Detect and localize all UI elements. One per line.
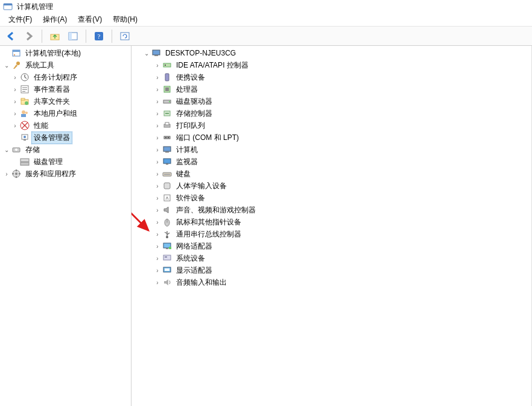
tools-icon [11,60,22,70]
cat-display[interactable]: › 显示适配器 [131,264,531,276]
cat-keyboards[interactable]: › 键盘 [131,168,531,180]
cat-hid[interactable]: › 人体学输入设备 [131,180,531,192]
menu-file[interactable]: 文件(F) [4,13,37,26]
tree-performance[interactable]: › 性能 [0,119,131,132]
hid-icon [162,181,173,191]
tree-item-label: 性能 [31,119,51,132]
expand-icon[interactable]: › [153,183,162,189]
port-icon [162,133,173,142]
tree-item-label: 本地用户和组 [31,107,80,120]
computer-node-icon [162,145,173,154]
cat-mice[interactable]: › 鼠标和其他指针设备 [131,216,531,228]
disk-icon [19,157,30,167]
tree-storage[interactable]: ⌄ 存储 [0,144,131,156]
expand-icon[interactable]: › [153,110,162,117]
cat-network[interactable]: › 网络适配器 [131,240,531,252]
expand-icon[interactable]: › [153,207,162,214]
expand-icon[interactable]: › [153,98,162,105]
forward-button[interactable] [22,29,36,43]
cat-monitors[interactable]: › 监视器 [131,156,531,168]
cat-portable[interactable]: › 便携设备 [131,71,531,83]
category-label: 端口 (COM 和 LPT) [174,132,241,144]
toggle-tree-button[interactable] [66,29,80,43]
cat-print-queues[interactable]: › 打印队列 [131,119,531,132]
category-label: IDE ATA/ATAPI 控制器 [174,59,251,72]
cat-usb[interactable]: › 通用串行总线控制器 [131,228,531,240]
cat-computer[interactable]: › 计算机 [131,144,531,156]
expand-icon[interactable]: › [153,195,162,201]
category-label: 便携设备 [174,71,207,84]
expand-icon[interactable]: › [153,243,162,250]
tree-item-label: 共享文件夹 [31,95,72,108]
tree-system-tools[interactable]: ⌄ 系统工具 [0,59,131,71]
tree-item-label: 事件查看器 [31,83,72,96]
expand-icon[interactable]: › [11,86,19,93]
expand-icon[interactable]: › [11,98,19,105]
category-label: 软件设备 [174,192,207,205]
expand-icon[interactable]: › [153,135,162,141]
keyboard-icon [162,169,173,179]
tree-task-scheduler[interactable]: › 任务计划程序 [0,71,131,83]
expand-icon[interactable]: › [153,255,162,262]
cat-software[interactable]: › 软件设备 [131,192,531,204]
collapse-icon[interactable]: ⌄ [2,62,11,69]
expand-icon[interactable]: › [153,122,162,129]
expand-icon[interactable]: › [153,74,162,81]
cat-ide[interactable]: › IDE ATA/ATAPI 控制器 [131,59,531,71]
expand-icon[interactable]: › [153,159,162,165]
cat-ports[interactable]: › 端口 (COM 和 LPT) [131,132,531,144]
cat-processors[interactable]: › 处理器 [131,83,531,95]
menu-action[interactable]: 操作(A) [38,13,72,26]
expand-icon[interactable]: › [2,171,11,177]
tree-item-label: 系统工具 [23,59,57,72]
expand-icon[interactable]: › [11,110,19,117]
expand-icon[interactable]: › [153,62,162,69]
device-root-label: DESKTOP-NJEU3CG [163,48,238,59]
expand-icon[interactable]: › [153,279,162,286]
category-label: 鼠标和其他指针设备 [174,216,244,229]
cat-audio-io[interactable]: › 音频输入和输出 [131,276,531,288]
tree-event-viewer[interactable]: › 事件查看器 [0,83,131,95]
device-root[interactable]: ⌄ DESKTOP-NJEU3CG [131,47,531,59]
up-button[interactable] [48,29,62,43]
processor-icon [162,84,173,94]
expand-icon[interactable]: › [11,74,19,81]
help-button[interactable] [92,29,106,43]
expand-icon[interactable]: › [153,147,162,153]
tree-disk-management[interactable]: › 磁盘管理 [0,156,131,168]
expand-icon[interactable]: › [153,267,162,274]
back-button[interactable] [4,29,18,43]
category-label: 声音、视频和游戏控制器 [174,204,258,217]
collapse-icon[interactable]: ⌄ [142,50,151,57]
cat-disk-drives[interactable]: › 磁盘驱动器 [131,95,531,107]
users-icon [19,109,30,118]
app-icon [2,2,13,11]
printer-icon [162,121,173,130]
expand-icon[interactable]: › [153,86,162,93]
cat-storage-controllers[interactable]: › 存储控制器 [131,107,531,119]
category-label: 人体学输入设备 [174,180,229,192]
cat-system[interactable]: › 系统设备 [131,252,531,264]
menu-help[interactable]: 帮助(H) [108,13,142,26]
portable-device-icon [162,72,173,82]
cat-sound[interactable]: › 声音、视频和游戏控制器 [131,204,531,216]
tree-shared-folders[interactable]: › 共享文件夹 [0,95,131,107]
expand-icon[interactable]: › [11,122,19,129]
tree-root[interactable]: ▾ 计算机管理(本地) [0,47,131,59]
view-button[interactable] [118,29,132,43]
collapse-icon[interactable]: ⌄ [2,147,11,153]
ide-controller-icon [162,60,173,70]
expand-icon[interactable]: › [153,231,162,238]
tree-item-label: 存储 [23,144,42,156]
menu-view[interactable]: 查看(V) [73,13,107,26]
tree-services-apps[interactable]: › 服务和应用程序 [0,168,131,180]
category-label: 键盘 [174,168,193,180]
tree-local-users[interactable]: › 本地用户和组 [0,107,131,119]
tree-item-label: 计算机管理(本地) [23,47,83,60]
system-device-icon [162,253,173,263]
tree-item-label: 设备管理器 [31,132,72,144]
tree-device-manager[interactable]: › 设备管理器 [0,132,131,144]
expand-icon[interactable]: › [153,171,162,177]
console-tree-pane: ▾ 计算机管理(本地) ⌄ 系统工具 › 任务计划程序 › 事件查看器 › 共享… [0,46,131,406]
expand-icon[interactable]: › [153,219,162,226]
